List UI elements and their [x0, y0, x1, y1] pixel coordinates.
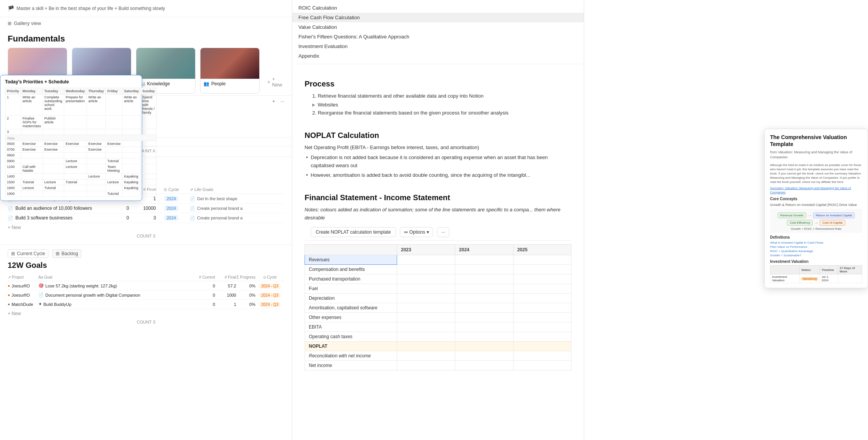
gallery-card-people[interactable]: 👥 People [200, 48, 260, 94]
flag-icon: 🏴 [8, 5, 14, 12]
mini-th-days: 17 Days of Work [838, 266, 862, 274]
label-revenues[interactable]: Revenues [305, 255, 397, 265]
formula-display: Growth = ROIC × Reinvestment Rate [772, 227, 860, 231]
table-row: Reconciliation with net income [305, 351, 571, 361]
table-row[interactable]: ● JoesurfIO 🎯 Lose 57.2kg (starting weig… [8, 281, 284, 291]
table-row: Compensation and benefits [305, 265, 571, 274]
col-plus[interactable]: + [272, 99, 275, 104]
sidebar-label-value: Value Calculation [298, 24, 337, 30]
new-card-button[interactable]: + + New [264, 74, 285, 90]
col-dots[interactable]: ··· [280, 99, 284, 104]
table-row: Other expenses [305, 313, 571, 322]
table-row: EBITA [305, 322, 571, 332]
sidebar-item-fisher[interactable]: Fisher's Fifteen Questions: A Qualitativ… [292, 32, 584, 42]
add-goal-row[interactable]: + New [8, 223, 284, 232]
current-cycle-tab-12w[interactable]: ⊞ Current Cycle [8, 249, 48, 258]
mini-row-label: Investment Valuation [770, 274, 800, 283]
life-goal-item-2: 📄 Create personal brand a [190, 206, 284, 211]
flow-box-revenue: Revenue Growth [778, 213, 806, 218]
flow-box-roic: Return on Invested Capital [813, 213, 855, 218]
label-other: Other expenses [305, 313, 397, 322]
label-compensation: Compensation and benefits [305, 265, 397, 274]
life-goal-item-1: 📄 Get In the best shape [190, 196, 284, 201]
table-row[interactable]: 📄 Build an audience of 10,000 followers … [8, 204, 284, 213]
sched-0800: 0800 [5, 153, 157, 158]
table-row: Purchased transportation [305, 274, 571, 284]
q3-badge-1: 2024 - Q3 [259, 284, 280, 289]
gallery-card-knowledge[interactable]: 📖 Knowledge [136, 48, 195, 94]
add-12w-goal-row[interactable]: + New [8, 309, 284, 318]
noplat-table: 2023 2024 2025 Revenues Compensation and… [305, 244, 571, 370]
life-goal-1: 📄 Get In the best shape [187, 196, 284, 201]
table-row: Revenues [305, 255, 571, 265]
sidebar-label-appendix: Appendix [298, 53, 319, 59]
label-fuel: Fuel [305, 284, 397, 294]
create-template-button[interactable]: Create NOPLAT calculation template [311, 227, 396, 237]
project-cell-2: ● JoesurfIO [8, 293, 38, 297]
cycle-12w-1: 2024 - Q3 [255, 284, 284, 288]
col-project-h: ↗ Project [8, 275, 38, 279]
th-2024: 2024 [455, 245, 513, 255]
sidebar-item-investment[interactable]: Investment Evaluation [292, 42, 584, 51]
schedule-title: Today's Priorities + Schedule [5, 79, 137, 85]
def-3[interactable]: ROIC = Quantitative Advantage [770, 249, 862, 253]
sched-col-thu: Thursday [86, 88, 106, 95]
sched-1400: 1400 Lecture Kayaking [5, 174, 157, 179]
flow-boxes-row2: Cost Efficiency → Cost of Capital [772, 220, 860, 226]
sidebar-item-appendix[interactable]: Appendix [292, 51, 584, 61]
table-row[interactable]: 📄 Build 3 software businesses 0 3 2024 📄… [8, 213, 284, 223]
valuation-desc-2[interactable]: Summary: Valuation: Measuring and Managi… [770, 186, 862, 194]
options-button[interactable]: ⇔ Options ▾ [400, 227, 433, 237]
process-item-2: 2. Reorganise the financial statements b… [305, 109, 571, 117]
mini-table-row: Investment Valuation Marketizing Jul 1, … [770, 274, 862, 283]
val-rev-2023 [397, 255, 455, 265]
goal-12w-3: ✦ Build BuddyUp [38, 302, 194, 307]
life-goal-item-3: 📄 Create personal brand a [190, 216, 284, 221]
col-fin-h: # Final [215, 275, 236, 279]
col-cur-h: # Current [194, 275, 215, 279]
sidebar-item-roic[interactable]: ROIC Calculation [292, 3, 584, 13]
val-rev-2024 [455, 255, 513, 265]
fin-12w-1: 57.2 [215, 284, 236, 288]
process-heading: Process [305, 80, 571, 88]
def-1[interactable]: What is Invested Capital in Cash Flows [770, 241, 862, 244]
valuation-card: The Comprehensive Valuation Template fro… [764, 129, 868, 288]
notion-toolbar: Create NOPLAT calculation template ⇔ Opt… [305, 224, 571, 241]
more-options-button[interactable]: ··· [437, 227, 449, 237]
goal-text-12w-1: Lose 57.2kg (starting weight: 127.2kg) [45, 284, 117, 288]
investment-valuation-title: Investment Valuation [770, 259, 862, 264]
sched-col-wed: Wednesday [64, 88, 87, 95]
noplat-heading: NOPLAT Calculation [305, 131, 571, 140]
q3-badge-3: 2024 - Q3 [259, 302, 280, 307]
def-4[interactable]: Growth = Sustainable? [770, 254, 862, 257]
valuation-desc-1: Although the tried-to make it as intuiti… [770, 163, 862, 184]
sidebar-label-roic: ROIC Calculation [298, 5, 337, 11]
sidebar-item-value[interactable]: Value Calculation [292, 22, 584, 32]
purple-dot-3: ● [8, 302, 10, 306]
definitions-title: Definitions [770, 235, 862, 239]
sidebar-label-fisher: Fisher's Fifteen Questions: A Qualitativ… [298, 34, 409, 40]
websites-toggle[interactable]: ▶ Websites [305, 102, 571, 108]
sched-col-tue: Tuesday [43, 88, 64, 95]
label-reconciliation: Reconciliation with net income [305, 351, 397, 361]
table-row[interactable]: ● JoesurfIO 📄 Document personal growth w… [8, 291, 284, 300]
sched-col-sat: Saturday [122, 88, 141, 95]
table-row[interactable]: ● MatchDude ✦ Build BuddyUp 0 1 0% 2024 … [8, 300, 284, 309]
goal-icon-12w-2: 📄 [38, 292, 44, 297]
core-concepts-title: Core Concepts [770, 197, 862, 201]
mini-th-1 [770, 266, 800, 274]
schedule-overlay-card: Today's Priorities + Schedule Priority M… [0, 75, 142, 201]
valuation-diagram: Revenue Growth → Return on Invested Capi… [770, 209, 862, 233]
sidebar-item-fcf[interactable]: Free Cash Flow Calculation [292, 13, 584, 22]
project-label-3: MatchDude [12, 302, 33, 307]
sidebar-label-fcf: Free Cash Flow Calculation [298, 15, 360, 20]
cycle-12w-3: 2024 - Q3 [255, 302, 284, 307]
count-12w: COUNT 3 [8, 318, 284, 326]
project-label-2: JoesurfIO [12, 293, 30, 297]
col-prog-h: Σ Progress [236, 275, 255, 279]
backlog-tab-12w[interactable]: ⊞ Backlog [52, 249, 81, 258]
def-2[interactable]: P&G Value vs Performance [770, 245, 862, 249]
gallery-view-button[interactable]: ⊞ Gallery view [0, 17, 292, 29]
orange-dot-2: ● [8, 293, 10, 297]
plus-icon: + [267, 79, 270, 85]
